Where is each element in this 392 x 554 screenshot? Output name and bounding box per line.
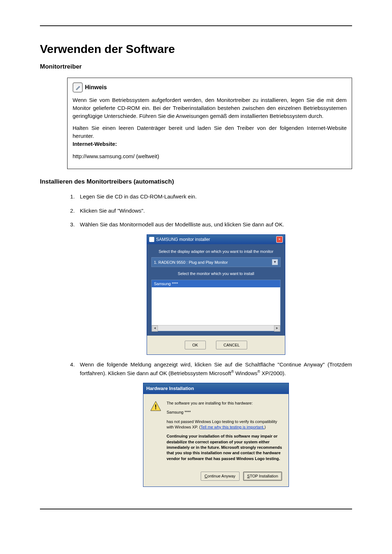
step-3: Wählen Sie das Monitormodell aus der Mod…	[76, 221, 352, 355]
cancel-button[interactable]: CANCEL	[216, 341, 248, 350]
hw-line1: The software you are installing for this…	[167, 401, 282, 406]
installer-title: SAMSUNG monitor installer	[156, 236, 210, 243]
step-1: Legen Sie die CD in das CD-ROM-Laufwerk …	[76, 193, 352, 201]
installer-app-icon	[149, 237, 154, 242]
note-title: Hinweis	[85, 83, 107, 91]
warning-icon: !	[150, 401, 162, 412]
steps-list: Legen Sie die CD in das CD-ROM-Laufwerk …	[67, 193, 352, 487]
hw-link[interactable]: Tell me why this testing is important.	[200, 425, 264, 429]
scroll-right-icon[interactable]: ►	[274, 325, 280, 332]
hw-line2: Samsung ****	[167, 410, 282, 415]
hardware-installation-dialog: Hardware Installation ! The software you…	[143, 383, 289, 487]
chevron-down-icon[interactable]: ▼	[272, 259, 278, 265]
horizontal-scrollbar[interactable]: ◄ ►	[152, 325, 280, 331]
note-paragraph-1: Wenn Sie vom Betriebssystem aufgefordert…	[73, 96, 347, 120]
svg-text:!: !	[155, 403, 157, 411]
hw-warning-bold: Continuing your installation of this sof…	[167, 434, 282, 461]
section-install-auto: Installieren des Monitortreibers (automa…	[40, 178, 352, 185]
note-icon	[73, 82, 83, 93]
hw-titlebar: Hardware Installation	[143, 383, 289, 394]
ok-button[interactable]: OK	[185, 341, 206, 350]
installer-label-adapter: Select the display adapter on which you …	[151, 249, 281, 255]
adapter-dropdown[interactable]: 1. RADEON 9550 : Plug and Play Monitor ▼	[151, 257, 281, 267]
stop-installation-button[interactable]: STOP Installation	[243, 472, 282, 481]
note-box: Hinweis Wenn Sie vom Betriebssystem aufg…	[67, 78, 352, 169]
internet-website-label: Internet-Website:	[73, 141, 117, 147]
hw-line3: has not passed Windows Logo testing to v…	[167, 419, 282, 430]
section-monitortreiber: Monitortreiber	[40, 63, 352, 70]
note-paragraph-2: Halten Sie einen leeren Datenträger bere…	[73, 124, 347, 148]
monitor-listbox[interactable]: Samsung **** ◄ ►	[151, 280, 281, 331]
scroll-left-icon[interactable]: ◄	[152, 325, 158, 332]
bottom-divider	[40, 509, 352, 509]
installer-dialog: SAMSUNG monitor installer × Select the d…	[147, 234, 285, 355]
step-2: Klicken Sie auf "Windows".	[76, 207, 352, 215]
monitor-list-item[interactable]: Samsung ****	[152, 280, 280, 288]
close-icon[interactable]: ×	[276, 236, 283, 243]
note-url: http://www.samsung.com/ (weltweit)	[73, 152, 347, 160]
installer-label-monitor: Select the monitor which you want to ins…	[151, 271, 281, 277]
page-heading: Verwenden der Software	[40, 42, 352, 56]
top-divider	[40, 25, 352, 26]
continue-anyway-button[interactable]: Continue Anyway	[201, 472, 240, 481]
step-4: Wenn die folgende Meldung angezeigt wird…	[76, 361, 352, 487]
installer-titlebar: SAMSUNG monitor installer ×	[147, 235, 285, 244]
adapter-dropdown-value: 1. RADEON 9550 : Plug and Play Monitor	[154, 259, 228, 266]
